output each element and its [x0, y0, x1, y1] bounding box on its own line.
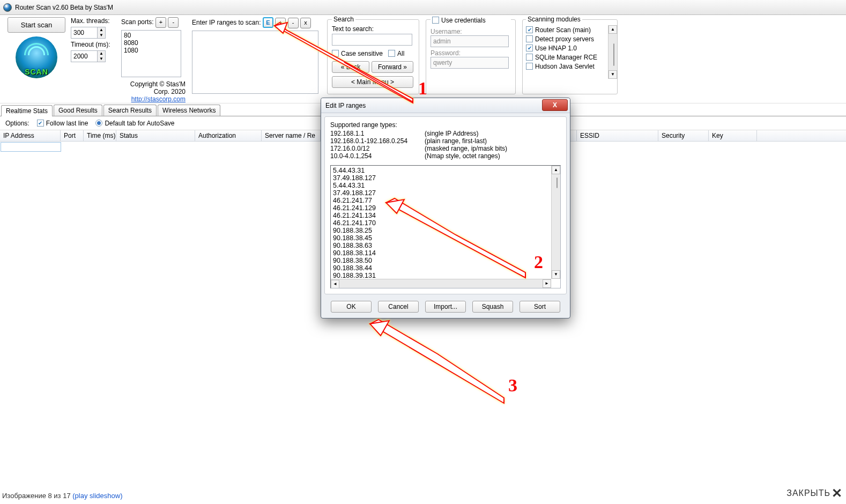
dialog-sort-button[interactable]: Sort — [520, 301, 560, 313]
toolbar: Start scan SCAN Max. threads: ▲▼ Timeout… — [0, 15, 846, 103]
scroll-right-icon[interactable]: ► — [543, 279, 551, 288]
play-slideshow-link[interactable]: (play slideshow) — [72, 492, 122, 500]
scroll-up-icon[interactable]: ▲ — [608, 25, 617, 34]
site-link[interactable]: http://stascorp.com — [131, 95, 185, 103]
logo: SCAN — [7, 33, 66, 82]
tab-realtime-stats[interactable]: Realtime Stats — [1, 105, 53, 116]
scroll-left-icon[interactable]: ◄ — [331, 280, 339, 288]
password-input — [431, 57, 509, 69]
scan-ports-label: Scan ports: — [121, 18, 154, 26]
svg-marker-6 — [370, 321, 389, 336]
sample-range: 10.0-4.0.1,254 — [330, 152, 425, 160]
follow-last-line-checkbox[interactable]: ✔Follow last line — [37, 118, 88, 128]
column-header[interactable]: Status — [116, 130, 195, 141]
ip-clear-button[interactable]: x — [300, 18, 311, 28]
scan-ports-textarea[interactable]: 80 8080 1080 — [121, 30, 181, 77]
dialog-hscroll[interactable]: ◄ ► — [331, 279, 551, 288]
copyright-text: Copyright © Stas'M Corp. 2020 — [130, 80, 185, 95]
sample-desc: (masked range, ip/mask bits) — [425, 145, 507, 152]
app-icon — [3, 3, 12, 12]
password-label: Password: — [431, 49, 511, 57]
main-menu-button[interactable]: < Main Menu > — [332, 76, 413, 88]
dialog-vscroll[interactable]: ▲ ▼ — [551, 166, 560, 279]
column-header[interactable]: Key — [709, 130, 757, 141]
scroll-up-icon[interactable]: ▲ — [552, 166, 560, 174]
close-icon: ✕ — [832, 486, 843, 501]
column-header[interactable]: Time (ms) — [84, 130, 116, 141]
ports-remove-button[interactable]: - — [168, 17, 179, 28]
tab-good-results[interactable]: Good Results — [54, 105, 102, 116]
username-input — [431, 35, 509, 47]
modules-legend: Scanning modules — [526, 16, 582, 23]
module-item[interactable]: ✔Router Scan (main) — [526, 25, 608, 34]
threads-down[interactable]: ▼ — [98, 33, 105, 38]
column-header[interactable]: ESSID — [577, 130, 658, 141]
image-counter: Изображение 8 из 17 — [2, 492, 72, 500]
username-label: Username: — [431, 28, 511, 35]
footer-close-button[interactable]: ЗАКРЫТЬ✕ — [786, 486, 843, 501]
modules-scrollbar[interactable]: ▲ ▼ — [608, 25, 617, 79]
supported-range-types-label: Supported range types: — [330, 121, 561, 129]
ip-ranges-textarea[interactable] — [192, 31, 318, 94]
ip-ranges-label: Enter IP ranges to scan: — [192, 19, 261, 26]
ip-address-cell-input[interactable] — [1, 142, 61, 152]
column-header[interactable]: IP Address — [0, 130, 61, 141]
dialog-title: Edit IP ranges — [325, 102, 366, 109]
ip-edit-button[interactable]: E — [263, 17, 273, 28]
edit-ip-ranges-dialog: Edit IP ranges X Supported range types: … — [321, 98, 570, 318]
column-header[interactable]: Authorization — [195, 130, 262, 141]
search-legend: Search — [332, 16, 355, 23]
search-text-label: Text to search: — [332, 25, 414, 33]
module-item[interactable]: Hudson Java Servlet — [526, 62, 608, 71]
timeout-input[interactable] — [71, 50, 98, 62]
sample-desc: (plain range, first-last) — [425, 137, 487, 145]
module-item[interactable]: Detect proxy servers — [526, 34, 608, 43]
options-label: Options: — [5, 120, 29, 127]
search-all-checkbox[interactable]: All — [388, 49, 404, 58]
threads-up[interactable]: ▲ — [98, 27, 105, 33]
ip-remove-button[interactable]: - — [288, 18, 299, 28]
dialog-squash-button[interactable]: Squash — [472, 301, 513, 313]
annotation-number-3: 3 — [508, 375, 517, 396]
module-item[interactable]: ✔Use HNAP 1.0 — [526, 43, 608, 53]
max-threads-input[interactable] — [71, 27, 98, 39]
scroll-down-icon[interactable]: ▼ — [608, 70, 617, 79]
start-scan-button[interactable]: Start scan — [8, 17, 66, 33]
max-threads-label: Max. threads: — [71, 17, 119, 25]
titlebar: Router Scan v2.60 Beta by Stas'M — [0, 0, 846, 15]
case-sensitive-checkbox[interactable]: Case sensitive — [332, 49, 383, 58]
dialog-close-button[interactable]: X — [542, 99, 568, 111]
use-credentials-checkbox[interactable]: Use credentials — [431, 16, 511, 25]
search-back-button[interactable]: « Back — [332, 61, 369, 73]
timeout-up[interactable]: ▲ — [98, 51, 105, 56]
module-item[interactable]: SQLite Manager RCE — [526, 53, 608, 62]
scroll-down-icon[interactable]: ▼ — [552, 270, 560, 279]
timeout-down[interactable]: ▼ — [98, 56, 105, 62]
sample-range: 172.16.0.0/12 — [330, 145, 425, 152]
sample-desc: (single IP Address) — [425, 130, 479, 137]
ip-list-content: 5.44.43.31 37.49.188.127 5.44.43.31 37.4… — [333, 167, 551, 279]
ip-list-textarea[interactable]: 5.44.43.31 37.49.188.127 5.44.43.31 37.4… — [330, 165, 561, 288]
tab-search-results[interactable]: Search Results — [103, 105, 157, 116]
logo-text: SCAN — [25, 68, 48, 76]
search-input[interactable] — [332, 34, 412, 46]
search-forward-button[interactable]: Forward » — [372, 61, 413, 73]
dialog-ok-button[interactable]: OK — [331, 301, 372, 313]
tab-wireless-networks[interactable]: Wireless Networks — [158, 105, 220, 116]
dialog-import-button[interactable]: Import... — [425, 301, 466, 313]
dialog-cancel-button[interactable]: Cancel — [378, 301, 419, 313]
footer: Изображение 8 из 17 (play slideshow) — [2, 492, 122, 500]
column-header[interactable]: Security — [658, 130, 709, 141]
column-header[interactable]: Server name / Re — [262, 130, 321, 141]
svg-marker-5 — [370, 320, 504, 403]
sample-range: 192.168.1.1 — [330, 130, 425, 137]
sample-range: 192.168.0.1-192.168.0.254 — [330, 137, 425, 145]
timeout-label: Timeout (ms): — [71, 41, 119, 48]
ports-add-button[interactable]: + — [155, 17, 166, 28]
window-title: Router Scan v2.60 Beta by Stas'M — [15, 4, 113, 11]
column-header[interactable]: Port — [61, 130, 84, 141]
default-tab-radio[interactable]: Default tab for AutoSave — [95, 118, 174, 128]
sample-desc: (Nmap style, octet ranges) — [425, 152, 500, 160]
ip-add-button[interactable]: + — [275, 18, 286, 28]
